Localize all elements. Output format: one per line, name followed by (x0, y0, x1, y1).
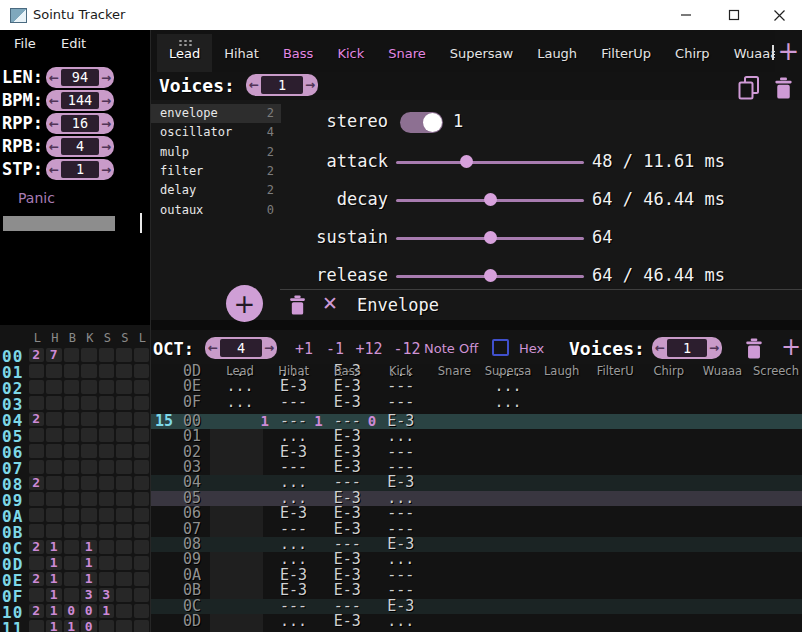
order-cell[interactable]: 2 (29, 604, 45, 618)
increment-icon[interactable]: → (98, 90, 114, 111)
order-cell[interactable] (116, 428, 132, 442)
note-cell[interactable]: --- (377, 395, 425, 410)
order-cell[interactable]: 0 (64, 604, 80, 618)
increment-icon[interactable]: → (98, 113, 114, 134)
minimize-icon[interactable] (671, 0, 701, 30)
order-cell[interactable] (29, 556, 45, 570)
order-cell[interactable]: 1 (81, 556, 97, 570)
order-cell[interactable]: 3 (99, 588, 115, 602)
decrement-icon[interactable]: ← (46, 136, 62, 157)
order-cell[interactable] (116, 444, 132, 458)
order-cell[interactable] (29, 444, 45, 458)
order-cell[interactable] (81, 396, 97, 410)
order-cell[interactable] (134, 348, 150, 362)
order-cell[interactable]: 2 (29, 540, 45, 554)
voices-stepper-value[interactable]: 1 (261, 76, 303, 94)
order-cell[interactable] (81, 348, 97, 362)
order-cell[interactable] (99, 620, 115, 632)
order-cell[interactable] (116, 572, 132, 586)
order-cell[interactable] (46, 412, 62, 426)
order-cell[interactable] (134, 460, 150, 474)
decrement-icon[interactable]: ← (652, 337, 668, 359)
order-cell[interactable]: 1 (46, 540, 62, 554)
decrement-icon[interactable]: ← (46, 159, 62, 180)
order-cell[interactable] (29, 460, 45, 474)
order-cell[interactable] (116, 412, 132, 426)
order-cell[interactable]: 1 (81, 572, 97, 586)
order-cell[interactable] (29, 588, 45, 602)
clear-unit-icon[interactable]: ✕ (322, 292, 338, 314)
order-cell[interactable] (99, 524, 115, 538)
add-unit-icon[interactable]: + (226, 285, 263, 322)
param-stepper-stp-value[interactable]: 1 (61, 161, 99, 178)
copy-instrument-icon[interactable] (736, 75, 762, 101)
sustain-slider-thumb[interactable] (484, 231, 497, 244)
menu-file[interactable]: File (14, 36, 36, 51)
order-cell[interactable]: 2 (29, 412, 45, 426)
param-stepper-bpm-value[interactable]: 144 (61, 92, 99, 109)
attack-slider-thumb[interactable] (460, 155, 473, 168)
decrement-icon[interactable]: ← (46, 90, 62, 111)
order-cell[interactable] (81, 380, 97, 394)
order-cell[interactable] (134, 620, 150, 632)
attack-slider[interactable] (396, 161, 584, 164)
order-cell[interactable] (46, 380, 62, 394)
order-cell[interactable]: 0 (81, 604, 97, 618)
order-cell[interactable]: 2 (29, 572, 45, 586)
increment-icon[interactable]: → (302, 74, 318, 96)
order-cell[interactable] (116, 540, 132, 554)
order-cell[interactable]: 0 (81, 620, 97, 632)
order-cell[interactable] (116, 524, 132, 538)
order-cell[interactable] (64, 508, 80, 522)
octave-stepper-value[interactable]: 4 (220, 339, 262, 357)
order-cell[interactable] (64, 380, 80, 394)
order-cell[interactable] (99, 572, 115, 586)
order-cell[interactable] (116, 604, 132, 618)
increment-icon[interactable]: → (706, 337, 722, 359)
order-cell[interactable] (46, 492, 62, 506)
order-cell[interactable] (134, 604, 150, 618)
order-cell[interactable] (99, 460, 115, 474)
order-cell[interactable] (116, 348, 132, 362)
release-slider-thumb[interactable] (484, 269, 497, 282)
order-cell[interactable] (64, 556, 80, 570)
order-cell[interactable] (116, 396, 132, 410)
order-cell[interactable] (81, 476, 97, 490)
order-cell[interactable] (46, 508, 62, 522)
order-cell[interactable] (134, 492, 150, 506)
order-cell[interactable] (46, 476, 62, 490)
decay-slider-thumb[interactable] (484, 193, 497, 206)
track-voices-stepper-value[interactable]: 1 (667, 339, 707, 357)
order-cell[interactable] (116, 588, 132, 602)
param-stepper-len-value[interactable]: 94 (61, 69, 99, 86)
delete-instrument-icon[interactable] (774, 77, 793, 99)
increment-icon[interactable]: → (98, 159, 114, 180)
order-cell[interactable] (64, 540, 80, 554)
tab-supersaw[interactable]: Supersaw (438, 34, 525, 72)
order-cell[interactable] (64, 588, 80, 602)
order-cell[interactable] (116, 508, 132, 522)
order-cell[interactable] (99, 540, 115, 554)
order-cell[interactable]: 3 (81, 588, 97, 602)
order-cell[interactable] (81, 428, 97, 442)
order-cell[interactable]: 2 (29, 348, 45, 362)
order-cell[interactable] (116, 492, 132, 506)
tab-snare[interactable]: Snare (376, 34, 438, 72)
note-cell[interactable]: ... (216, 395, 264, 410)
tab-laugh[interactable]: Laugh (525, 34, 589, 72)
note-cell[interactable]: E-3 (323, 395, 371, 410)
order-cell[interactable] (81, 412, 97, 426)
order-cell[interactable] (64, 396, 80, 410)
transpose-minus1[interactable]: -1 (322, 340, 348, 358)
increment-icon[interactable]: → (98, 67, 114, 88)
note-cell[interactable]: ... (270, 614, 318, 629)
order-cell[interactable]: 1 (46, 604, 62, 618)
order-cell[interactable] (29, 508, 45, 522)
order-cell[interactable] (64, 572, 80, 586)
tab-chirp[interactable]: Chirp (663, 34, 722, 72)
order-cell[interactable] (81, 444, 97, 458)
increment-icon[interactable]: → (98, 136, 114, 157)
order-cell[interactable]: 1 (46, 572, 62, 586)
order-cell[interactable] (29, 380, 45, 394)
order-cell[interactable] (99, 412, 115, 426)
